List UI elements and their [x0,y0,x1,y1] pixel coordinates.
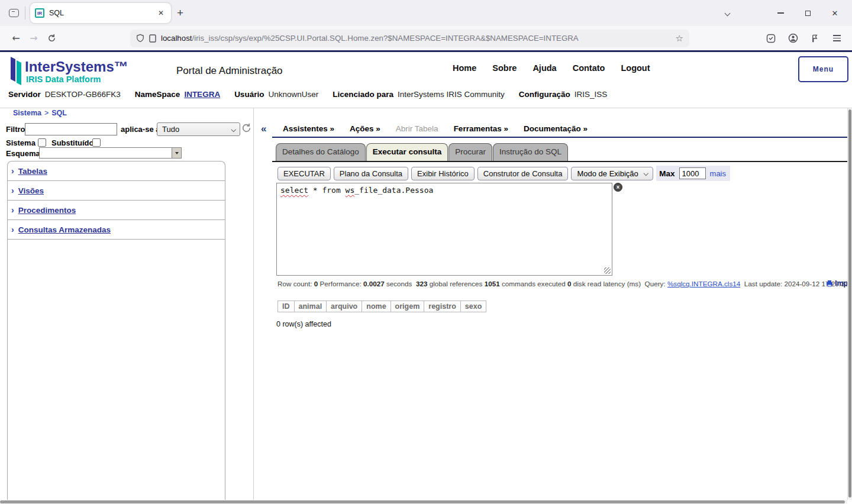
menu-button[interactable]: Menu [798,56,848,82]
display-mode-select[interactable]: Modo de Exibição [571,167,653,180]
column-header: origem [390,301,424,312]
query-plan-button[interactable]: Plano da Consulta [334,167,408,180]
new-tab-button[interactable]: + [171,7,189,20]
tab-close-icon[interactable]: ✕ [156,8,166,18]
action-menubar: Assistentes » Ações » Abrir Tabela Ferra… [283,124,588,133]
portal-header: InterSystems™ IRIS Data Platform Portal … [0,52,852,108]
horizontal-scrollbar[interactable] [0,500,847,504]
menu-ferramentas[interactable]: Ferramentas » [454,124,508,133]
resize-handle[interactable] [604,267,611,274]
menu-acoes[interactable]: Ações » [350,124,380,133]
tab-instrucao-do-sql[interactable]: Instrução do SQL [493,143,568,161]
reload-icon [47,34,56,43]
query-toolbar: EXECUTAR Plano da Consulta Exibir Histór… [277,166,730,181]
chevron-right-icon: › [11,186,14,195]
query-builder-button[interactable]: Construtor de Consulta [477,167,569,180]
tracking-protection-icon[interactable] [136,34,144,43]
more-link[interactable]: mais [710,169,726,178]
vertical-scrollbar-thumb[interactable] [848,109,851,497]
tab-separator [25,7,25,20]
execute-button[interactable]: EXECUTAR [277,167,331,180]
clear-query-icon[interactable]: × [614,183,622,192]
url-bar[interactable]: localhost/iris_iss/csp/sys/exp/%25CSP.UI… [130,30,689,47]
browser-chrome: IR SQL ✕ + ✕ ← → localhost/iris_iss/csp/… [0,0,852,50]
nav-home[interactable]: Home [453,63,476,73]
applies-to-label: aplica-se a [121,125,160,134]
chevron-down-icon [644,171,648,176]
url-text[interactable]: localhost/iris_iss/csp/sys/exp/%25CSP.UI… [161,34,671,43]
breadcrumb: Sistema>SQL [13,109,67,117]
substituted-checkbox-label: Substituído [51,138,94,147]
horizontal-scrollbar-thumb[interactable] [0,500,845,503]
reload-button[interactable] [43,30,60,47]
query-editor[interactable]: select * from ws_file_data.Pessoa [276,183,612,276]
breadcrumb-sql[interactable]: SQL [51,109,67,117]
extensions-button[interactable] [806,30,823,47]
show-history-button[interactable]: Exibir Histórico [411,167,475,180]
vertical-scrollbar[interactable] [847,108,852,500]
tree-item-procedimentos[interactable]: › Procedimentos [8,201,225,220]
column-header: animal [294,301,327,312]
close-window-button[interactable]: ✕ [821,3,848,23]
tree-link-visoes[interactable]: Visões [18,186,44,195]
logo-mark-right [17,60,21,85]
tree-item-visoes[interactable]: › Visões [8,181,225,201]
logo-sub-text: IRIS Data Platform [26,75,101,84]
config-info: ConfiguraçãoIRIS_ISS [519,90,608,99]
account-button[interactable] [785,30,801,47]
tab-title: SQL [49,9,151,17]
nav-logout[interactable]: Logout [621,63,650,73]
applies-to-select[interactable]: Tudo [157,122,240,136]
filter-input[interactable] [25,123,117,135]
minimize-button[interactable] [767,3,794,23]
bookmark-star-icon[interactable]: ☆ [676,33,683,44]
tab-detalhes-do-catalogo[interactable]: Detalhes do Catálogo [276,143,366,161]
system-checkbox-label: Sistema [6,138,36,147]
tree-link-tabelas[interactable]: Tabelas [18,167,47,176]
browser-tab[interactable]: IR SQL ✕ [30,3,171,23]
tab-strip: IR SQL ✕ + ✕ [0,0,852,26]
query-class-link[interactable]: %sqlcq.INTEGRA.cls14 [667,280,740,287]
extensions-icon [811,34,819,43]
firefox-view-icon [9,9,19,17]
column-header: ID [278,301,295,312]
max-label: Max [659,169,674,178]
list-all-tabs-button[interactable] [718,4,736,22]
app-menu-button[interactable] [828,30,845,47]
namespace-link[interactable]: INTEGRA [184,90,220,99]
menu-assistentes[interactable]: Assistentes » [283,124,334,133]
nav-contato[interactable]: Contato [573,63,605,73]
tab-procurar[interactable]: Procurar [448,143,492,161]
page-info-icon[interactable] [149,34,156,43]
system-checkbox[interactable] [38,138,46,147]
forward-button[interactable]: → [25,30,43,47]
permissions-button[interactable] [763,30,779,47]
schema-dropdown-button[interactable] [172,147,182,159]
firefox-view-button[interactable] [5,4,22,22]
chevron-right-icon: › [11,225,14,234]
namespace-info: NameSpaceINTEGRA [135,90,220,99]
nav-sobre[interactable]: Sobre [492,63,517,73]
schema-input[interactable] [39,147,172,159]
schema-label: Esquema [6,149,40,158]
restore-button[interactable] [794,3,821,23]
breadcrumb-sistema[interactable]: Sistema [13,109,41,117]
server-info-row: ServidorDESKTOP-GB66FK3 NameSpaceINTEGRA… [8,90,607,99]
printer-icon [826,280,833,287]
back-button[interactable]: ← [7,30,25,47]
max-rows-input[interactable] [679,167,706,179]
tree-link-procedimentos[interactable]: Procedimentos [18,206,76,215]
refresh-button[interactable] [241,123,253,135]
query-text: select [280,186,308,195]
shield-check-icon [766,34,776,43]
nav-ajuda[interactable]: Ajuda [532,63,556,73]
tree-item-tabelas[interactable]: › Tabelas [8,161,225,181]
tree-link-consultas-armazenadas[interactable]: Consultas Armazenadas [18,225,111,234]
chevron-right-icon: › [11,166,14,176]
user-info: UsuárioUnknownUser [234,90,318,99]
collapse-sidebar-button[interactable]: « [261,123,266,135]
tab-executar-consulta[interactable]: Executar consulta [366,143,448,161]
menu-documentacao[interactable]: Documentação » [524,124,588,133]
substituted-checkbox[interactable] [92,138,101,147]
tree-item-consultas-armazenadas[interactable]: › Consultas Armazenadas [8,220,225,240]
